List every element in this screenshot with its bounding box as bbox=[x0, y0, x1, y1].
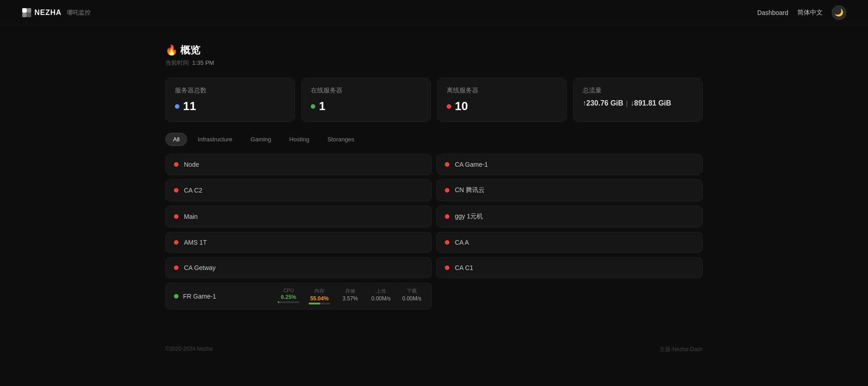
svg-rect-0 bbox=[22, 8, 27, 13]
download-stat: 下载 0.00M/s bbox=[400, 288, 423, 304]
stat-card-offline: 离线服务器 10 bbox=[437, 78, 567, 122]
server-name: Main bbox=[184, 213, 198, 220]
server-name: CA C1 bbox=[455, 264, 473, 271]
storage-label: 存储 bbox=[345, 288, 355, 294]
theme-icon: 🌙 bbox=[834, 8, 844, 17]
traffic-up: ↑230.76 GiB bbox=[583, 99, 623, 107]
svg-rect-1 bbox=[27, 8, 31, 13]
server-name: FR Game-1 bbox=[183, 293, 216, 300]
tab-storanges[interactable]: Storanges bbox=[320, 133, 362, 146]
server-main[interactable]: Main bbox=[165, 206, 432, 227]
server-ca-getway[interactable]: CA Getway bbox=[165, 257, 432, 278]
server-status-dot bbox=[174, 240, 178, 245]
stat-cards: 服务器总数 11 在线服务器 1 离线服务器 10 总流量 bbox=[165, 78, 703, 122]
online-servers-label: 在线服务器 bbox=[311, 87, 421, 95]
online-servers-value: 1 bbox=[311, 99, 421, 113]
cpu-value: 6.25% bbox=[281, 294, 296, 300]
server-name: AMS 1T bbox=[184, 239, 207, 246]
footer-copyright: ©2020-2024 Nezha bbox=[165, 346, 212, 353]
nav-language-selector[interactable]: 简体中文 bbox=[797, 9, 823, 17]
server-name: CA C2 bbox=[184, 187, 202, 194]
offline-servers-label: 离线服务器 bbox=[447, 87, 557, 95]
server-status-dot bbox=[445, 188, 449, 193]
server-node[interactable]: Node bbox=[165, 154, 432, 175]
server-status-dot bbox=[445, 162, 449, 167]
page-title-text: 概览 bbox=[180, 43, 200, 57]
tab-gaming[interactable]: Gaming bbox=[243, 133, 279, 146]
server-ams1t[interactable]: AMS 1T bbox=[165, 232, 432, 253]
footer: ©2020-2024 Nezha 主题-Nezha-Dash bbox=[0, 337, 868, 362]
download-value: 0.00M/s bbox=[402, 295, 422, 302]
server-status-dot bbox=[445, 214, 449, 219]
server-ca-c1[interactable]: CA C1 bbox=[436, 257, 703, 278]
mem-value: 55.04% bbox=[310, 295, 329, 302]
nav-dashboard-link[interactable]: Dashboard bbox=[757, 9, 789, 16]
nezha-logo-icon bbox=[22, 8, 32, 18]
current-time-row: 当前时间 1:35 PM bbox=[165, 59, 703, 67]
server-ca-c2[interactable]: CA C2 bbox=[165, 179, 432, 201]
theme-toggle-button[interactable]: 🌙 bbox=[832, 5, 846, 20]
download-label: 下载 bbox=[407, 288, 417, 294]
server-status-dot bbox=[445, 240, 449, 245]
storage-stat: 存储 3.57% bbox=[339, 288, 362, 304]
server-status-dot bbox=[174, 188, 178, 193]
traffic-value: ↑230.76 GiB | ↓891.81 GiB bbox=[583, 99, 693, 107]
cpu-bar-fill bbox=[278, 301, 279, 303]
server-status-dot bbox=[174, 265, 178, 270]
navbar: NEZHA 哪吒监控 Dashboard 简体中文 🌙 bbox=[0, 0, 868, 25]
upload-value: 0.00M/s bbox=[371, 295, 391, 302]
server-status-dot bbox=[445, 265, 449, 270]
upload-label: 上传 bbox=[376, 288, 386, 294]
server-status-dot bbox=[174, 162, 178, 167]
server-name: CA Getway bbox=[184, 264, 216, 271]
server-status-dot bbox=[174, 294, 178, 299]
total-servers-value: 11 bbox=[175, 99, 285, 113]
server-name: ggy 1元机 bbox=[455, 212, 483, 221]
page-title-section: 🔥 概览 当前时间 1:35 PM bbox=[165, 43, 703, 67]
stat-card-online: 在线服务器 1 bbox=[301, 78, 431, 122]
server-ca-game1[interactable]: CA Game-1 bbox=[436, 154, 703, 175]
traffic-separator: | bbox=[626, 100, 628, 107]
time-value: 1:35 PM bbox=[192, 59, 214, 66]
brand-subtitle: 哪吒监控 bbox=[67, 9, 91, 17]
tab-hosting[interactable]: Hosting bbox=[282, 133, 317, 146]
total-servers-label: 服务器总数 bbox=[175, 87, 285, 95]
mem-stat: 内存 55.04% bbox=[308, 288, 331, 304]
server-stats: CPU 6.25% 内存 55.04% 存储 3.57% bbox=[277, 288, 423, 304]
server-name: CA A bbox=[455, 239, 469, 246]
storage-value: 3.57% bbox=[342, 295, 358, 302]
stat-card-traffic: 总流量 ↑230.76 GiB | ↓891.81 GiB bbox=[573, 78, 703, 122]
svg-rect-3 bbox=[27, 13, 31, 17]
server-name: CA Game-1 bbox=[455, 161, 488, 168]
server-status-dot bbox=[174, 214, 178, 219]
mem-bar bbox=[309, 303, 330, 304]
server-name: Node bbox=[184, 161, 199, 168]
tab-all[interactable]: All bbox=[165, 133, 187, 146]
brand-name: NEZHA bbox=[34, 9, 62, 17]
upload-stat: 上传 0.00M/s bbox=[370, 288, 392, 304]
tab-infrastructure[interactable]: Infrastructure bbox=[190, 133, 240, 146]
svg-rect-2 bbox=[22, 13, 27, 17]
traffic-label: 总流量 bbox=[583, 87, 693, 95]
cpu-label: CPU bbox=[283, 288, 294, 293]
server-ca-a[interactable]: CA A bbox=[436, 232, 703, 253]
offline-dot bbox=[447, 104, 451, 109]
traffic-down: ↓891.81 GiB bbox=[631, 99, 671, 107]
mem-bar-fill bbox=[309, 303, 320, 304]
server-cn-tencent[interactable]: CN 腾讯云 bbox=[436, 179, 703, 201]
server-ggy[interactable]: ggy 1元机 bbox=[436, 206, 703, 227]
cpu-stat: CPU 6.25% bbox=[277, 288, 300, 304]
tabs-row: All Infrastructure Gaming Hosting Storan… bbox=[165, 133, 703, 146]
online-dot bbox=[311, 104, 315, 109]
offline-servers-value: 10 bbox=[447, 99, 557, 113]
navbar-left: NEZHA 哪吒监控 bbox=[22, 8, 91, 18]
footer-theme: 主题-Nezha-Dash bbox=[660, 346, 703, 353]
server-fr-game1[interactable]: FR Game-1 CPU 6.25% 内存 55.04% bbox=[165, 283, 432, 309]
cpu-bar bbox=[278, 301, 299, 303]
time-label: 当前时间 bbox=[165, 59, 189, 66]
brand-logo[interactable]: NEZHA bbox=[22, 8, 62, 18]
page-title: 🔥 概览 bbox=[165, 43, 703, 57]
mem-label: 内存 bbox=[314, 288, 324, 294]
server-grid: Node CA Game-1 CA C2 CN 腾讯云 Main ggy 1元机… bbox=[165, 154, 703, 309]
total-dot bbox=[175, 104, 179, 109]
